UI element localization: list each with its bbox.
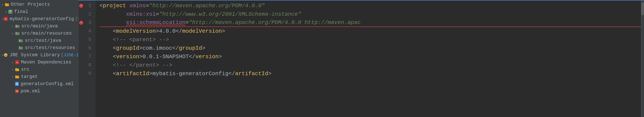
test-resources-icon bbox=[19, 46, 23, 49]
arrow-icon bbox=[2, 17, 4, 21]
xml-comment: <!-- <parent> --> bbox=[113, 35, 169, 44]
xml-text: mybatis-generatorConfig bbox=[152, 69, 228, 78]
sidebar-item-pom-xml[interactable]: ▸ POM pom.xml bbox=[0, 87, 78, 95]
sidebar-label: final bbox=[14, 9, 28, 15]
arrow-icon bbox=[2, 3, 5, 6]
project-sidebar: Other Projects final M mybatis-generator… bbox=[0, 0, 78, 117]
sidebar-item-jre[interactable]: JR JRE System Library [J2SE-1.5] bbox=[0, 51, 78, 59]
sidebar-item-src-test-java[interactable]: ▸ src/test/java bbox=[0, 37, 78, 44]
code-editor: 1 2 3 4 5 6 7 bbox=[78, 0, 644, 117]
xml-bracket: < bbox=[113, 44, 116, 53]
sidebar-label: Maven Dependencies bbox=[21, 60, 72, 65]
test-src-icon bbox=[19, 39, 23, 42]
sidebar-item-maven-deps[interactable]: M Maven Dependencies bbox=[0, 59, 78, 66]
line-num: 8 bbox=[88, 61, 91, 69]
badge-j2se: [J2SE-1.5] bbox=[61, 53, 78, 58]
line-num: 5 bbox=[88, 36, 91, 44]
xml-text bbox=[126, 1, 130, 11]
arrow-icon bbox=[12, 32, 15, 35]
error-indicator-3 bbox=[79, 21, 83, 25]
sidebar-label: generatorConfig.xml bbox=[20, 81, 74, 87]
sidebar-item-src-main-resources[interactable]: src/main/resources bbox=[0, 30, 78, 37]
arrow-icon bbox=[12, 75, 15, 79]
xml-bracket: > bbox=[268, 69, 272, 78]
sidebar-item-src[interactable]: src bbox=[0, 66, 78, 73]
sidebar-label: mybatis-generatorConfig bbox=[10, 16, 74, 22]
sidebar-label: pom.xml bbox=[20, 88, 40, 94]
code-line-9: <artifactId>mybatis-generatorConfig</art… bbox=[100, 69, 641, 78]
sidebar-label: src/main/resources bbox=[22, 31, 72, 36]
line-number-8: 8 bbox=[78, 61, 93, 69]
xml-attr-value: "http://www.w3.org/2001/XMLSchema-instan… bbox=[159, 10, 301, 19]
xml-bracket: </ bbox=[172, 44, 179, 53]
xml-equals: = bbox=[186, 18, 189, 27]
code-line-1: <project xmlns="http://maven.apache.org/… bbox=[100, 2, 641, 10]
error-indicator-1 bbox=[79, 4, 83, 8]
sidebar-item-other-projects[interactable]: Other Projects bbox=[0, 1, 78, 8]
xml-comment: <!-- </parent> --> bbox=[113, 61, 172, 70]
line-num: 6 bbox=[88, 44, 91, 52]
xml-bracket: > bbox=[139, 52, 142, 61]
xml-attr-value: "http://maven.apache.org/POM/4.0.0" bbox=[149, 1, 265, 11]
sidebar-item-src-main-java[interactable]: src/main/java bbox=[0, 23, 78, 30]
xml-tag: modelVersion bbox=[182, 27, 222, 36]
vertical-scrollbar[interactable] bbox=[641, 1, 644, 117]
arrow-icon bbox=[12, 24, 15, 28]
xml-bracket: > bbox=[149, 69, 152, 78]
xml-bracket: </ bbox=[228, 69, 235, 78]
xml-text: com.imooc bbox=[142, 44, 172, 53]
sidebar-label: src bbox=[21, 67, 30, 72]
svg-rect-4 bbox=[9, 12, 11, 12]
xml-file-icon: XML bbox=[15, 82, 19, 86]
xml-attr-name: xsi:schemaLocation bbox=[126, 18, 186, 27]
xml-text: 0.0.1-SNAPSHOT bbox=[142, 52, 189, 61]
sidebar-label: JRE System Library bbox=[10, 52, 60, 58]
svg-rect-12 bbox=[16, 33, 17, 34]
line-num: 7 bbox=[88, 52, 91, 61]
line-number-4: 4 bbox=[78, 27, 93, 36]
arrow-icon bbox=[12, 68, 15, 71]
sidebar-item-src-test-resources[interactable]: ▸ src/test/resources bbox=[0, 44, 78, 51]
xml-tag: modelVersion bbox=[116, 27, 156, 36]
code-line-3: xsi:schemaLocation="http://maven.apache.… bbox=[100, 19, 641, 27]
sidebar-item-target[interactable]: target bbox=[0, 73, 78, 80]
xml-tag: version bbox=[196, 52, 218, 61]
line-number-1: 1 bbox=[78, 2, 93, 10]
svg-rect-3 bbox=[9, 11, 12, 11]
code-content[interactable]: <project xmlns="http://maven.apache.org/… bbox=[95, 1, 641, 117]
xml-bracket: > bbox=[202, 44, 206, 53]
xml-indent bbox=[100, 52, 113, 61]
svg-rect-18 bbox=[19, 47, 20, 49]
svg-text:M: M bbox=[5, 18, 6, 20]
sidebar-item-final[interactable]: final bbox=[0, 8, 78, 15]
xml-bracket: </ bbox=[189, 52, 195, 61]
line-num: 3 bbox=[88, 19, 91, 27]
line-number-7: 7 bbox=[78, 52, 93, 61]
svg-rect-1 bbox=[5, 3, 7, 4]
maven-icon: M bbox=[4, 17, 8, 21]
svg-rect-24 bbox=[15, 68, 17, 69]
xml-bracket: < bbox=[113, 27, 116, 36]
line-num: 1 bbox=[88, 2, 91, 10]
code-line-2: xmlns:xsi="http://www.w3.org/2001/XMLSch… bbox=[100, 10, 641, 19]
xml-bracket: > bbox=[139, 44, 142, 53]
line-num: 4 bbox=[88, 27, 91, 36]
sidebar-item-generator-xml[interactable]: ▸ XML generatorConfig.xml bbox=[0, 80, 78, 87]
xml-tag: artifactId bbox=[235, 69, 268, 78]
code-line-5: <!-- <parent> --> bbox=[100, 36, 641, 44]
src-icon bbox=[15, 68, 19, 71]
xml-equals: = bbox=[146, 1, 149, 11]
pom-file-icon: POM bbox=[15, 89, 19, 93]
sidebar-item-mybatis[interactable]: M mybatis-generatorConfig [boot] bbox=[0, 15, 78, 23]
scrollbar-thumb[interactable] bbox=[641, 2, 644, 15]
xml-tag: groupId bbox=[179, 44, 202, 53]
svg-text:POM: POM bbox=[16, 90, 18, 92]
xml-attr-name: xmlns:xsi bbox=[126, 10, 156, 19]
xml-tag: artifactId bbox=[116, 69, 149, 78]
xml-indent bbox=[100, 61, 113, 70]
folder-icon bbox=[5, 3, 9, 6]
line-number-3: 3 bbox=[78, 19, 93, 27]
arrow-icon bbox=[5, 10, 8, 14]
line-numbers: 1 2 3 4 5 6 7 bbox=[78, 1, 95, 117]
xml-indent bbox=[100, 18, 126, 27]
